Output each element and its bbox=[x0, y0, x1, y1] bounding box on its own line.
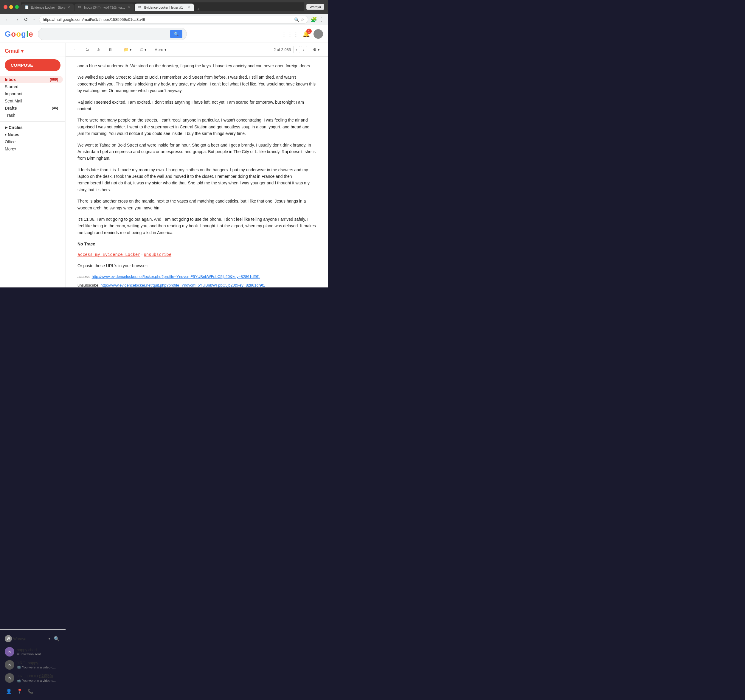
prev-email-button[interactable]: ‹ bbox=[293, 46, 300, 53]
tab-1[interactable]: 📄 Evidence Locker - Story ✕ bbox=[21, 4, 74, 11]
spam-button[interactable]: ⚠ bbox=[94, 45, 104, 54]
tab-2-favicon: ✉ bbox=[78, 5, 82, 9]
toolbar-separator-1 bbox=[118, 46, 118, 53]
next-email-button[interactable]: › bbox=[301, 46, 307, 53]
title-bar: 📄 Evidence Locker - Story ✕ ✉ Inbox (344… bbox=[0, 0, 328, 14]
apps-icon[interactable]: ⋮⋮⋮ bbox=[281, 30, 299, 37]
move-arrow: ▾ bbox=[130, 47, 132, 52]
logo-g: G bbox=[5, 30, 11, 39]
pagination-info: 2 of 2,085 bbox=[274, 47, 291, 52]
toolbar-right: 2 of 2,085 ‹ › ⚙ ▾ bbox=[274, 45, 323, 54]
sidebar-item-important[interactable]: Important bbox=[0, 90, 63, 97]
back-button[interactable]: ← bbox=[4, 16, 11, 24]
address-input[interactable] bbox=[43, 17, 292, 22]
drafts-label: Drafts bbox=[5, 106, 17, 110]
logo-l: l bbox=[26, 30, 28, 39]
archive-button[interactable]: 🗂 bbox=[82, 45, 93, 54]
starred-label: Starred bbox=[5, 84, 18, 89]
notes-arrow: ▸ bbox=[5, 133, 6, 137]
circles-label: Circles bbox=[9, 125, 22, 130]
email-para-4: There were not many people on the street… bbox=[78, 117, 316, 137]
tab-3-favicon: ✉ bbox=[138, 5, 142, 9]
sidebar-item-inbox[interactable]: Inbox (669) bbox=[0, 76, 63, 83]
trash-label: Trash bbox=[5, 113, 15, 118]
traffic-lights bbox=[4, 5, 19, 9]
settings-button[interactable]: ⚙ ▾ bbox=[310, 45, 323, 54]
email-para-8: It's 11:06. I am not going to go out aga… bbox=[78, 216, 316, 236]
new-tab-btn[interactable]: + bbox=[197, 6, 199, 11]
logo-g2: g bbox=[21, 30, 26, 39]
search-input[interactable] bbox=[42, 31, 170, 36]
email-para-2: We walked up Duke Street to Slater to Bo… bbox=[78, 74, 316, 94]
extensions-icon[interactable]: 🧩 bbox=[311, 16, 317, 23]
tab-2[interactable]: ✉ Inbox (344) - wb743@nyu.ed... ✕ bbox=[75, 4, 134, 11]
google-logo: G o o g l e bbox=[5, 30, 33, 39]
gmail-dropdown-arrow[interactable]: ▾ bbox=[21, 48, 24, 54]
settings-arrow: ▾ bbox=[318, 47, 320, 52]
forward-button[interactable]: → bbox=[13, 16, 20, 24]
more-label: More bbox=[5, 146, 14, 151]
notification-count: 1 bbox=[306, 28, 312, 34]
access-evidence-locker-link[interactable]: access my Evidence Locker bbox=[78, 252, 141, 257]
email-content[interactable]: and a blue vest underneath. We stood on … bbox=[66, 57, 328, 287]
label-button[interactable]: 🏷 ▾ bbox=[136, 45, 150, 54]
tab-2-close[interactable]: ✕ bbox=[127, 5, 130, 9]
tab-3[interactable]: ✉ Evidence Locker | letter #1 – ✕ bbox=[135, 4, 194, 11]
move-to-button[interactable]: 📁 ▾ bbox=[120, 45, 135, 54]
folder-icon: 📁 bbox=[124, 47, 129, 52]
sidebar-item-starred[interactable]: Starred bbox=[0, 83, 63, 90]
or-paste-text: Or paste these URL's in your browser: bbox=[78, 263, 316, 269]
label-arrow: ▾ bbox=[145, 47, 147, 52]
back-to-inbox-button[interactable]: ← bbox=[70, 45, 81, 54]
more-button[interactable]: More ▾ bbox=[151, 45, 170, 54]
menu-icon[interactable]: ⋮ bbox=[319, 16, 324, 23]
search-bar: 🔍 bbox=[38, 28, 187, 40]
access-url-block: access: http://www.evidencelocker.net/lo… bbox=[78, 274, 316, 280]
more-label: More bbox=[154, 47, 163, 52]
gmail-label-bar: Gmail ▾ bbox=[0, 45, 65, 57]
archive-icon: 🗂 bbox=[85, 47, 89, 52]
email-para-3: Raj said I seemed excited. I am excited.… bbox=[78, 99, 316, 112]
email-para-5: We went to Tabac on Bold Street and were… bbox=[78, 142, 316, 162]
user-avatar[interactable] bbox=[314, 29, 323, 39]
link-separator: · bbox=[142, 252, 143, 257]
woraya-button[interactable]: Woraya bbox=[306, 4, 324, 10]
refresh-button[interactable]: ↺ bbox=[22, 15, 29, 24]
address-bar: 🔍 ☆ bbox=[39, 16, 308, 24]
search-bar-wrap: 🔍 bbox=[38, 28, 187, 40]
compose-button[interactable]: COMPOSE bbox=[5, 59, 60, 71]
circles-arrow: ▶ bbox=[5, 125, 7, 130]
sidebar-item-sent[interactable]: Sent Mail bbox=[0, 97, 63, 104]
sidebar-item-office[interactable]: Office bbox=[0, 138, 63, 145]
maximize-button[interactable] bbox=[15, 5, 19, 9]
sidebar-item-more[interactable]: More ▾ bbox=[0, 145, 63, 152]
logo-o2: o bbox=[16, 30, 21, 39]
minimize-button[interactable] bbox=[9, 5, 13, 9]
delete-icon: 🗑 bbox=[108, 47, 112, 52]
tab-1-close[interactable]: ✕ bbox=[67, 5, 70, 9]
tab-1-favicon: 📄 bbox=[25, 5, 29, 9]
gmail-label: Gmail ▾ bbox=[5, 48, 24, 54]
notification-badge[interactable]: 🔔 1 bbox=[302, 30, 310, 37]
sidebar-item-trash[interactable]: Trash bbox=[0, 112, 63, 119]
more-arrow: ▾ bbox=[14, 147, 16, 151]
unsubscribe-link[interactable]: unsubscribe bbox=[144, 252, 171, 257]
sent-label: Sent Mail bbox=[5, 99, 22, 103]
email-signature: No Trace bbox=[78, 241, 316, 247]
email-para-6: It feels later than it is. I made my roo… bbox=[78, 167, 316, 193]
sidebar-item-drafts[interactable]: Drafts (46) bbox=[0, 104, 63, 112]
back-arrow-icon: ← bbox=[73, 47, 78, 52]
browser-chrome: 📄 Evidence Locker - Story ✕ ✉ Inbox (344… bbox=[0, 0, 328, 25]
unsubscribe-url-link[interactable]: http://www.evidencelocker.net/quit.php?p… bbox=[100, 283, 265, 287]
tab-3-close[interactable]: ✕ bbox=[187, 5, 190, 9]
inbox-label: Inbox bbox=[5, 77, 16, 82]
access-url-link[interactable]: http://www.evidencelocker.net/locker.php… bbox=[92, 274, 260, 279]
sidebar-circles[interactable]: ▶ Circles bbox=[0, 124, 65, 131]
sidebar: Gmail ▾ COMPOSE Inbox (669) Starred Impo… bbox=[0, 43, 66, 287]
sidebar-notes-header[interactable]: ▸ Notes bbox=[0, 131, 65, 138]
home-button[interactable]: ⌂ bbox=[31, 16, 37, 24]
unsubscribe-url-block: unsubscribe: http://www.evidencelocker.n… bbox=[78, 282, 316, 287]
search-button[interactable]: 🔍 bbox=[170, 30, 183, 38]
delete-button[interactable]: 🗑 bbox=[105, 45, 115, 54]
close-button[interactable] bbox=[4, 5, 7, 9]
